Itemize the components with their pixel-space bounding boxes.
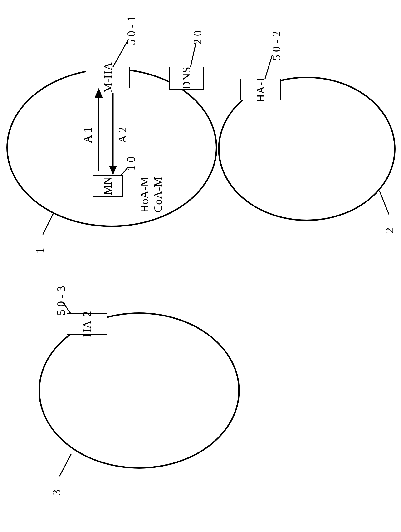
ha1-box: HA-1 — [240, 79, 281, 100]
arrow-a1-label: A 1 — [81, 127, 94, 143]
net2-ref: 2 — [383, 228, 396, 233]
dns-ref: 2 0 — [191, 31, 204, 45]
ha1-ref: 5 0 - 2 — [270, 31, 283, 61]
leader-net2 — [379, 190, 389, 214]
ha2-ref: 5 0 - 3 — [55, 286, 68, 316]
net1-ref: 1 — [33, 248, 46, 254]
ha1-label: HA-1 — [254, 76, 267, 102]
mn-label: MN — [101, 177, 114, 195]
mn-ref: 1 0 — [124, 157, 137, 171]
mn-addr1: HoA-M — [138, 177, 151, 213]
ha2-box: HA-2 — [67, 313, 107, 335]
arrow-a2-label: A 2 — [116, 127, 129, 143]
mha-label: M-HA — [101, 62, 114, 93]
arrow-a1 — [95, 88, 103, 171]
ha2-label: HA-2 — [80, 311, 93, 337]
leader-net1 — [43, 213, 54, 234]
mn-addr2: CoA-M — [152, 177, 165, 212]
mha-ref: 5 0 - 1 — [125, 16, 138, 45]
network-3-ellipse — [39, 313, 239, 468]
dns-box: DNS — [169, 67, 204, 89]
mn-box: MN — [93, 175, 123, 197]
dns-label: DNS — [180, 67, 193, 89]
leader-net3 — [59, 454, 71, 476]
net3-ref: 3 — [50, 490, 63, 495]
mha-box: M-HA — [86, 67, 130, 88]
svg-marker-3 — [109, 165, 117, 175]
